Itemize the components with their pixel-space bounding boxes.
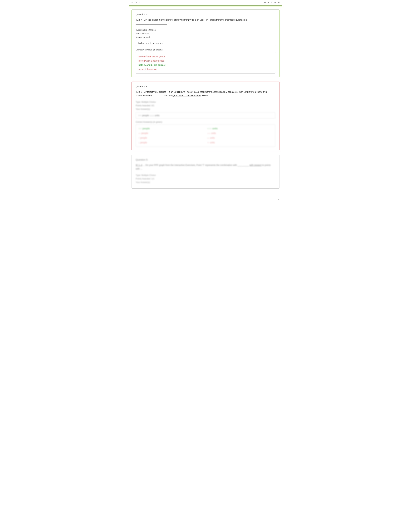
question3-answer-1: more Private Sector goods [139,54,272,59]
question4-text: IE 3–5 ... Interactive Exercises – If an… [136,90,275,97]
page-header: 5/3/2015 WebCOM™ 2.0 [129,0,282,5]
question4-eq-price: Equilibrium Price of $2.20 [174,91,200,93]
page-number: ● [278,198,279,200]
header-date: 5/3/2015 [131,1,140,4]
question5-meta: Type: Multiple Choice Points Awarded: 1/… [136,173,275,184]
question3-text-part1: ... In the longer run the [143,19,166,21]
question5-type: Type: Multiple Choice [136,173,275,177]
question3-answer-4: none of the above [139,67,272,72]
question4-title: Question 4: [136,85,275,88]
question3-wz: W to Z [189,19,196,21]
question5-your-answer-label: Your Answer(s): [136,180,275,184]
question4-wrong3-col2: ↑↑ units [207,141,272,145]
question5-box: Question 5: IE 1–4 ... On your PPF graph… [131,155,280,189]
question5-text: IE 1–4 ... On your PPF graph from the In… [136,163,275,171]
question5-text-mid: with respect [250,164,262,166]
question4-points: Points Awarded: 0/1 [136,104,275,107]
question3-user-answer: both a. and b. are correct [136,40,275,46]
question5-title: Question 5: [136,158,275,161]
question4-employment: Employment [244,91,256,93]
question4-wrong2-col2: ↓↓ units [207,136,272,140]
question5-text-body: ... On your PPF graph from the Interacti… [143,164,249,166]
question4-user-answer: ↑↑↑ people ↓↓↓↓ units [136,112,275,118]
question3-text: IE 2–4 ... In the longer run the Benefit… [136,18,275,25]
question3-your-answer-label: Your Answer(s): [136,35,275,39]
question4-text-part4: will be ________ . [202,94,220,97]
question4-wrong3-col1: ↓ people [139,141,204,145]
question5-points: Points Awarded: 1/1 [136,177,275,180]
question4-wrong1-col2: ↓↓↓ units [207,131,272,135]
question3-text-part2: of moving from [174,19,189,21]
question3-title: Question 3: [136,13,275,16]
question3-ref: IE 2–4 [136,19,142,21]
question4-text-part1: ... Interactive Exercises – If an [143,91,174,93]
question3-correct-label: Correct Answer(s) (in green): [136,48,275,51]
question3-benefit: Benefit [166,19,173,21]
question4-correct-col1: ↑↑↑ people [139,127,204,131]
question4-box: Question 4: IE 3–5 ... Interactive Exerc… [131,82,280,150]
question3-answer-3: both a. and b. are correct [139,63,272,67]
question4-wrong2-col1: ↑ people [139,136,204,140]
content-area: Question 3: IE 2–4 ... In the longer run… [129,6,282,196]
question3-type: Type: Multiple Choice [136,28,275,32]
question3-points: Points Awarded: 1/1 [136,32,275,35]
question4-meta: Type: Multiple Choice Points Awarded: 0/… [136,100,275,111]
question4-answers-grid: ↑↑↑ people ↑↑↑↑ units ↓↓ people ↓↓↓ unit… [139,127,272,145]
question4-ref: IE 3–5 [136,91,142,93]
question3-meta: Type: Multiple Choice Points Awarded: 1/… [136,28,275,39]
question5-ref: IE 1–4 [136,164,142,166]
question4-correct-label: Correct Answer(s) (in green): [136,121,275,123]
question4-text-part2: results from shifting Supply behaviors, … [200,91,244,93]
question4-your-answer-label: Your Answer(s): [136,107,275,111]
question4-correct-col2: ↑↑↑↑ units [207,127,272,131]
question3-answer-2: more Public Sector goods [139,59,272,63]
question4-type: Type: Multiple Choice [136,100,275,104]
question3-box: Question 3: IE 2–4 ... In the longer run… [131,10,280,77]
question4-wrong1-col1: ↓↓ people [139,131,204,135]
question3-correct-box: more Private Sector goods more Public Se… [136,52,275,74]
page-footer: ● [129,196,282,202]
question4-qty: Quantity of Goods Produced [172,94,201,97]
header-app-title: WebCOM™ 2.0 [263,1,280,4]
question4-correct-box: ↑↑↑ people ↑↑↑↑ units ↓↓ people ↓↓↓ unit… [136,124,275,147]
